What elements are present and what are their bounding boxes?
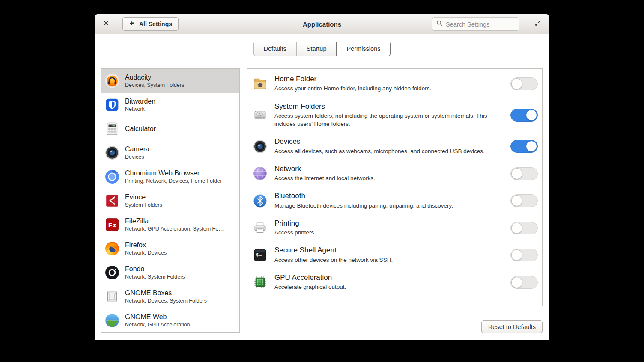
expand-icon [534, 20, 541, 28]
toggle-knob [511, 195, 522, 206]
home-folder-toggle[interactable] [510, 77, 538, 90]
bitwarden-icon [105, 98, 119, 112]
bluetooth-toggle[interactable] [510, 194, 538, 207]
permission-title: Devices [274, 137, 504, 146]
app-name: GNOME Boxes [125, 289, 207, 297]
permission-description: Access system folders, not including the… [274, 112, 495, 128]
permission-title: GPU Acceleration [274, 273, 504, 282]
app-subtitle: Network, Devices [125, 250, 167, 256]
app-subtitle: Network [125, 106, 155, 112]
sidebar-item-gnome-web[interactable]: GNOME WebNetwork, GPU Acceleration [101, 309, 239, 332]
app-name: Evince [125, 193, 162, 201]
close-icon [103, 20, 110, 28]
gpu-chip-icon [253, 275, 267, 289]
permission-description: Access your entire Home folder, includin… [274, 84, 495, 92]
permission-row-devices: DevicesAccess all devices, such as webca… [247, 133, 542, 160]
app-subtitle: Devices, System Folders [125, 82, 184, 88]
close-button[interactable] [100, 18, 113, 30]
secure-shell-agent-toggle[interactable] [510, 249, 538, 261]
permission-description: Access other devices on the network via … [274, 256, 495, 264]
app-subtitle: Network, GPU Acceleration, System Fo… [125, 226, 224, 232]
tab-startup-label: Startup [307, 45, 327, 52]
printer-icon [253, 221, 267, 235]
sidebar-item-fondo[interactable]: FondoNetwork, System Folders [101, 261, 239, 285]
permission-description: Access the Internet and local networks. [274, 174, 495, 182]
filezilla-icon: Fz [105, 217, 119, 232]
search-icon [436, 20, 443, 28]
calculator-icon [105, 122, 119, 136]
tab-permissions[interactable]: Permissions [336, 42, 391, 56]
gnome-boxes-icon [105, 289, 119, 304]
tab-startup[interactable]: Startup [296, 42, 337, 56]
permission-row-home-folder: Home FolderAccess your entire Home folde… [247, 70, 542, 98]
app-subtitle: Network, System Folders [125, 274, 185, 280]
search-box[interactable] [432, 18, 519, 31]
audacity-icon [105, 74, 119, 88]
sidebar-item-chromium[interactable]: Chromium Web BrowserPrinting, Network, D… [101, 165, 239, 189]
toggle-knob [511, 249, 522, 261]
permission-row-system-folders: System FoldersAccess system folders, not… [247, 98, 542, 133]
permission-description: Manage Bluetooth devices including pairi… [274, 202, 495, 210]
network-toggle[interactable] [510, 167, 538, 180]
header-bar: All Settings Applications [95, 14, 549, 34]
toggle-knob [526, 110, 537, 121]
permission-title: Secure Shell Agent [274, 246, 504, 255]
svg-text:$: $ [256, 252, 259, 257]
terminal-icon: $ [253, 248, 267, 262]
permission-title: System Folders [274, 102, 504, 111]
gpu-acceleration-toggle[interactable] [510, 276, 538, 289]
app-list: AudacityDevices, System Folders Bitwarde… [101, 68, 240, 333]
permission-title: Network [274, 165, 504, 173]
settings-window: All Settings Applications Defaults Start… [95, 14, 549, 340]
sidebar-item-gnome-boxes[interactable]: GNOME BoxesNetwork, Devices, System Fold… [101, 285, 239, 309]
tab-defaults-label: Defaults [264, 45, 286, 52]
permission-description: Access printers. [274, 228, 495, 237]
sidebar-item-evince[interactable]: EvinceSystem Folders [101, 189, 239, 213]
expand-button[interactable] [532, 18, 544, 30]
sidebar-item-bitwarden[interactable]: BitwardenNetwork [101, 93, 239, 117]
app-name: Camera [125, 145, 149, 153]
view-switcher: Defaults Startup Permissions [95, 42, 549, 56]
search-input[interactable] [446, 21, 515, 27]
permission-description: Accelerate graphical output. [274, 283, 495, 291]
toggle-knob [511, 168, 522, 179]
evince-icon [105, 193, 119, 208]
hard-drive-icon [253, 108, 267, 122]
all-settings-label: All Settings [139, 21, 172, 27]
fondo-icon [105, 265, 119, 280]
tab-defaults[interactable]: Defaults [253, 42, 297, 56]
app-subtitle: System Folders [125, 202, 162, 208]
permission-row-secure-shell-agent: $ Secure Shell AgentAccess other devices… [247, 241, 542, 269]
sidebar-item-firefox[interactable]: FirefoxNetwork, Devices [101, 237, 239, 261]
sidebar-item-calculator[interactable]: Calculator [101, 117, 239, 141]
page-title: Applications [303, 21, 341, 28]
app-name: Calculator [125, 125, 156, 133]
permission-row-printing: PrintingAccess printers. [247, 214, 542, 242]
svg-text:Fz: Fz [108, 221, 116, 229]
permission-title: Printing [274, 219, 504, 228]
devices-toggle[interactable] [510, 140, 538, 153]
sidebar-item-camera[interactable]: CameraDevices [101, 141, 239, 165]
reset-to-defaults-button[interactable]: Reset to Defaults [481, 320, 543, 333]
toggle-knob [511, 78, 522, 89]
permission-row-network: NetworkAccess the Internet and local net… [247, 160, 542, 187]
reset-label: Reset to Defaults [488, 323, 536, 330]
app-subtitle: Network, GPU Acceleration [125, 322, 190, 328]
toggle-knob [511, 223, 522, 234]
printing-toggle[interactable] [510, 222, 538, 234]
back-arrow-icon [129, 20, 135, 28]
network-globe-icon [253, 166, 267, 181]
toggle-knob [526, 141, 537, 152]
permission-title: Bluetooth [274, 192, 504, 200]
permission-row-bluetooth: BluetoothManage Bluetooth devices includ… [247, 187, 542, 214]
firefox-icon [105, 241, 119, 256]
permissions-panel: Home FolderAccess your entire Home folde… [247, 68, 543, 306]
gnome-web-icon [105, 313, 119, 328]
sidebar-item-audacity[interactable]: AudacityDevices, System Folders [101, 69, 239, 93]
all-settings-button[interactable]: All Settings [122, 17, 179, 31]
app-name: Firefox [125, 241, 167, 249]
system-folders-toggle[interactable] [510, 109, 538, 122]
app-name: Chromium Web Browser [125, 169, 222, 177]
permission-title: Home Folder [274, 75, 504, 83]
sidebar-item-filezilla[interactable]: Fz FileZillaNetwork, GPU Acceleration, S… [101, 213, 239, 237]
